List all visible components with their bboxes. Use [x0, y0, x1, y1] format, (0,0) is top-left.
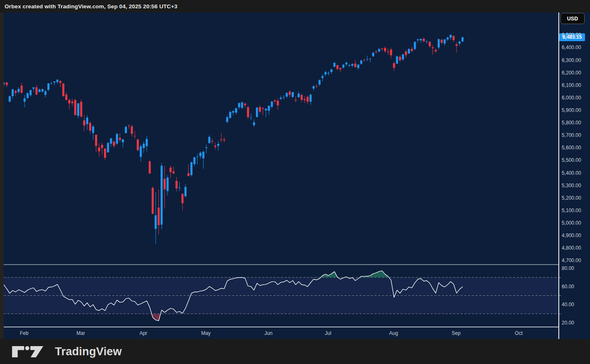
price-axis[interactable]: USD 6,483.15 6,500.006,400.006,300.006,2…: [559, 12, 590, 339]
price-axis-label: 6,300.00: [562, 57, 581, 63]
time-axis-label: Feb: [20, 330, 29, 336]
tradingview-logo[interactable]: TradingView: [12, 345, 122, 358]
time-axis-label: Sep: [452, 330, 461, 336]
currency-button[interactable]: USD: [560, 13, 585, 24]
rsi-level-tick: [559, 277, 561, 278]
footer-bar: TradingView: [0, 339, 590, 364]
price-axis-label: 6,400.00: [562, 45, 581, 50]
price-axis-label: 5,900.00: [562, 107, 581, 113]
price-axis-label: 5,100.00: [562, 208, 581, 213]
rsi-axis-label: 20.00: [562, 320, 574, 326]
time-axis-label: Mar: [77, 330, 85, 336]
rsi-axis-label: 60.00: [562, 284, 574, 290]
price-axis-label: 6,200.00: [562, 70, 581, 76]
price-axis-label: 6,100.00: [562, 82, 581, 88]
price-axis-label: 6,500.00: [562, 32, 581, 38]
price-axis-label: 4,700.00: [562, 258, 581, 263]
price-axis-label: 5,000.00: [562, 220, 581, 226]
price-axis-label: 5,500.00: [562, 157, 581, 163]
time-axis-label: Oct: [515, 330, 523, 336]
price-axis-label: 5,200.00: [562, 195, 581, 201]
price-axis-label: 5,700.00: [562, 132, 581, 138]
title-text: Orbex created with TradingView.com, Sep …: [0, 3, 177, 10]
price-axis-label: 5,800.00: [562, 120, 581, 126]
price-axis-label: 5,300.00: [562, 183, 581, 188]
price-axis-label: 4,800.00: [562, 245, 581, 251]
rsi-axis-label: 40.00: [562, 302, 574, 307]
title-bar: Orbex created with TradingView.com, Sep …: [0, 0, 590, 12]
tradingview-logo-icon: [12, 346, 49, 358]
time-axis-label: Jun: [265, 330, 273, 336]
price-axis-label: 5,400.00: [562, 170, 581, 176]
price-axis-label: 4,900.00: [562, 233, 581, 238]
rsi-level-tick: [559, 314, 561, 314]
plot-svg[interactable]: FebMarAprMayJunJulAugSepOct: [4, 12, 558, 339]
time-axis-label: Apr: [139, 330, 147, 336]
rsi-level-tick: [559, 295, 561, 296]
left-margin: [0, 12, 4, 339]
rsi-axis-label: 80.00: [562, 265, 574, 271]
chart-area: FebMarAprMayJunJulAugSepOct USD 6,483.15…: [0, 12, 590, 339]
price-axis-label: 6,000.00: [562, 95, 581, 101]
time-axis-label: May: [201, 330, 211, 336]
price-axis-label: 5,600.00: [562, 145, 581, 151]
time-axis-label: Jul: [325, 330, 331, 336]
tradingview-logo-text: TradingView: [55, 345, 122, 358]
time-axis-label: Aug: [389, 330, 398, 336]
